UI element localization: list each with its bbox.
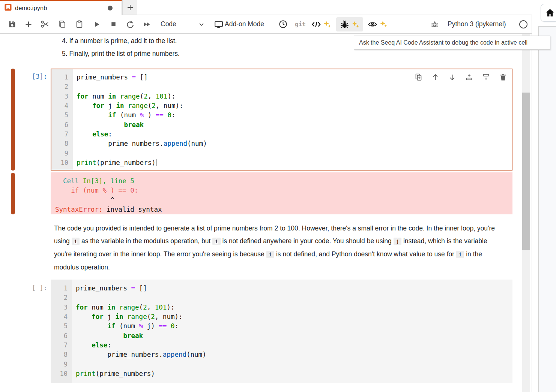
scrollbar-thumb[interactable] [522, 93, 530, 250]
home-icon [545, 8, 555, 18]
code-line: SyntaxError: invalid syntax [55, 205, 512, 214]
scissors-icon [41, 20, 50, 28]
plus-icon [126, 4, 134, 11]
move-cell-up-button[interactable] [432, 73, 439, 81]
tab-demo-ipynb[interactable]: demo.ipynb [0, 0, 122, 15]
code-editor-area[interactable]: prime_numbers = []for num in range(2, 10… [72, 280, 512, 383]
insert-above-icon [466, 73, 473, 81]
list-item-4: 4. If a number is prime, add it to the l… [62, 35, 180, 48]
line-number: 2 [51, 82, 73, 91]
line-number: 10 [51, 158, 73, 168]
history-button[interactable] [279, 15, 287, 33]
line-number: 3 [51, 92, 73, 101]
run-cell-button[interactable] [93, 15, 101, 33]
restart-run-all-button[interactable] [143, 15, 151, 33]
code-line [76, 293, 512, 302]
inline-code: j [394, 238, 401, 245]
line-number: 3 [51, 303, 72, 312]
save-icon [8, 20, 16, 28]
move-cell-down-button[interactable] [449, 73, 456, 81]
error-output: Cell In[3], line 5 if (num % ) == 0: ^Sy… [51, 172, 512, 214]
inline-code: i [266, 251, 274, 258]
code-line: break [77, 120, 512, 130]
debugger-button[interactable] [431, 15, 439, 33]
clock-icon [279, 20, 287, 28]
code-cell-input-inactive[interactable]: 12345678910 prime_numbers = []for num in… [51, 280, 512, 383]
code-line: prime_numbers.append(num) [77, 139, 512, 148]
line-number: 5 [51, 111, 73, 120]
line-number: 7 [51, 130, 73, 139]
inline-code: i [456, 251, 464, 258]
insert-cell-above-button[interactable] [466, 73, 473, 81]
right-sidebar-panel [538, 26, 556, 392]
code-line: print(prime_numbers) [76, 369, 512, 379]
code-line: prime_numbers = [] [76, 284, 512, 293]
git-button[interactable]: git [295, 15, 306, 33]
ai-review-button[interactable] [368, 15, 388, 33]
code-line: ^ [55, 195, 512, 205]
addon-mode-button[interactable]: Add-on Mode [214, 15, 264, 33]
input-collapser-cell1[interactable] [11, 69, 15, 171]
arrow-down-icon [449, 73, 456, 81]
cell-type-select-arrow[interactable] [198, 15, 205, 33]
bug-sparkle-bug-icon [340, 20, 349, 29]
notebook-icon [5, 4, 12, 12]
line-number: 4 [51, 101, 73, 111]
eye-icon [368, 20, 377, 28]
chevron-down-icon [198, 21, 205, 28]
restart-kernel-button[interactable] [126, 15, 134, 33]
inline-code: i [72, 238, 80, 245]
line-number: 1 [51, 73, 73, 82]
unsaved-changes-indicator[interactable] [108, 6, 113, 10]
cell-type-select[interactable]: Code [161, 15, 176, 33]
line-number: 5 [51, 322, 72, 331]
duplicate-icon [415, 73, 422, 81]
add-cell-button[interactable] [25, 15, 32, 33]
insert-cell-below-button[interactable] [482, 73, 490, 81]
output-collapser-cell1[interactable] [11, 173, 15, 214]
sparkle-icon [380, 20, 388, 28]
home-button[interactable] [541, 4, 556, 22]
code-line: for j in range(2, num): [76, 312, 512, 322]
cut-cells-button[interactable] [41, 15, 50, 33]
line-number: 2 [51, 293, 72, 302]
markdown-cell-ai-response[interactable]: The code you provided is intended to gen… [54, 222, 506, 274]
paste-icon [75, 20, 83, 28]
code-line: if (num % ) == 0: [77, 111, 512, 120]
code-editor-area[interactable]: prime_numbers = []for num in range(2, 10… [73, 69, 512, 170]
monitor-icon [214, 20, 223, 28]
git-label: git [295, 21, 306, 28]
markdown-cell-steps[interactable]: 4. If a number is prime, add it to the l… [62, 35, 180, 60]
plus-icon [25, 21, 32, 28]
line-number: 1 [51, 284, 72, 293]
code-line: for num in range(2, 101): [76, 303, 512, 312]
execution-count-cell2: [ ]: [14, 284, 47, 292]
ai-generate-code-button[interactable] [311, 15, 331, 33]
ai-debug-button[interactable] [336, 17, 363, 31]
code-line: for j in range(2, num): [77, 101, 512, 111]
kernel-name[interactable]: Python 3 (ipykernel) [448, 15, 506, 33]
line-number: 7 [51, 341, 72, 350]
restart-icon [126, 20, 134, 28]
arrow-up-icon [432, 73, 439, 81]
code-line [77, 82, 512, 91]
paste-cells-button[interactable] [75, 15, 83, 33]
save-button[interactable] [8, 15, 16, 33]
delete-cell-button[interactable] [499, 73, 506, 81]
duplicate-cell-button[interactable] [415, 73, 422, 81]
code-line [76, 360, 512, 369]
insert-below-icon [482, 73, 490, 81]
inline-code: i [212, 238, 220, 245]
new-tab-button[interactable] [122, 0, 137, 15]
code-cell-input-active[interactable]: 12345678910 prime_numbers = []for num in… [51, 69, 512, 171]
line-number: 10 [51, 369, 72, 379]
interrupt-kernel-button[interactable] [110, 15, 117, 33]
cell-type-value: Code [161, 20, 176, 28]
code-line: if (num % j) == 0: [76, 322, 512, 331]
copy-cells-button[interactable] [58, 15, 66, 33]
line-number: 4 [51, 312, 72, 322]
kernel-status-indicator [519, 15, 528, 33]
sparkle-icon [323, 20, 331, 28]
tab-bar: demo.ipynb [0, 0, 532, 15]
line-number: 9 [51, 149, 73, 158]
